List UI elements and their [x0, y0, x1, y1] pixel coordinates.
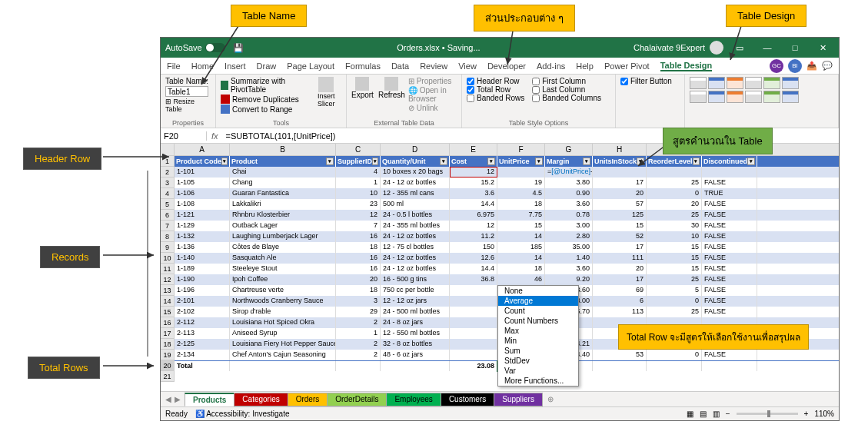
- cell[interactable]: Sasquatch Ale: [230, 253, 336, 264]
- zoom-out-icon[interactable]: −: [726, 410, 730, 418]
- agg-option[interactable]: Count Numbers: [498, 316, 578, 326]
- remove-duplicates-button[interactable]: Remove Duplicates: [221, 95, 307, 104]
- style-swatch[interactable]: [727, 91, 743, 103]
- agg-option[interactable]: Var: [498, 366, 578, 376]
- cell[interactable]: FALSE: [702, 285, 757, 296]
- convert-range-button[interactable]: Convert to Range: [221, 105, 307, 114]
- filter-dropdown-icon[interactable]: ▾: [487, 158, 495, 165]
- row-header[interactable]: 10: [161, 253, 174, 264]
- aggregate-dropdown[interactable]: NoneAverageCountCount NumbersMaxMinSumSt…: [497, 285, 579, 387]
- autosave-toggle[interactable]: AutoSave: [165, 43, 225, 52]
- prev-sheet-icon[interactable]: ◀: [165, 395, 171, 403]
- cell[interactable]: FALSE: [702, 274, 757, 285]
- presence-icon-2[interactable]: BI: [788, 59, 802, 73]
- export-button[interactable]: Export: [351, 77, 374, 112]
- cell[interactable]: 1-101: [175, 167, 230, 178]
- style-swatch[interactable]: [690, 91, 707, 103]
- cell[interactable]: 18: [336, 242, 381, 253]
- cell[interactable]: 24 - 0.5 l bottles: [381, 210, 450, 221]
- cell[interactable]: 12: [450, 221, 497, 231]
- cell[interactable]: Côtes de Blaye: [230, 242, 336, 253]
- tab-addins[interactable]: Add-ins: [537, 61, 565, 71]
- cell[interactable]: 15: [593, 221, 647, 231]
- th-stock[interactable]: UnitsInStock▾: [593, 156, 647, 167]
- cell[interactable]: 5: [647, 285, 702, 296]
- th-discontinued[interactable]: Discontinued▾: [702, 156, 757, 167]
- summarize-pivot-button[interactable]: Summarize with PivotTable: [221, 77, 307, 94]
- tab-help[interactable]: Help: [576, 61, 594, 71]
- cell[interactable]: FALSE: [702, 253, 757, 264]
- tab-data[interactable]: Data: [391, 61, 409, 71]
- cell[interactable]: 15: [647, 264, 702, 274]
- col-header[interactable]: H: [593, 144, 647, 155]
- cell[interactable]: 3.60: [545, 264, 593, 274]
- tab-file[interactable]: File: [167, 61, 181, 71]
- cell[interactable]: 1-190: [175, 274, 230, 285]
- style-swatch[interactable]: [708, 91, 725, 103]
- style-swatch[interactable]: [745, 91, 762, 103]
- cell[interactable]: Chef Anton's Cajun Seasoning: [230, 350, 336, 360]
- chk-banded-columns[interactable]: [532, 95, 540, 102]
- cell[interactable]: 15: [647, 242, 702, 253]
- row-header[interactable]: 8: [161, 231, 174, 242]
- cell[interactable]: 23.08: [450, 361, 497, 371]
- cell[interactable]: 15.2: [450, 178, 497, 188]
- cell[interactable]: 35.00: [545, 242, 593, 253]
- cell[interactable]: 29: [336, 307, 381, 317]
- cell[interactable]: 32 - 8 oz bottles: [381, 339, 450, 350]
- cell[interactable]: 3.6: [450, 188, 497, 199]
- tab-power-pivot[interactable]: Power Pivot: [604, 61, 650, 71]
- cell[interactable]: [450, 285, 497, 296]
- sheet-tab-employees[interactable]: Employees: [386, 393, 441, 406]
- tab-insert[interactable]: Insert: [224, 61, 246, 71]
- cell[interactable]: 11.2: [450, 231, 497, 242]
- agg-option[interactable]: Count: [498, 306, 578, 316]
- style-swatch[interactable]: [782, 77, 799, 89]
- status-accessibility[interactable]: ♿ Accessibility: Investigate: [195, 410, 290, 418]
- cell[interactable]: FALSE: [702, 242, 757, 253]
- cell[interactable]: Laughing Lumberjack Lager: [230, 231, 336, 242]
- tab-page-layout[interactable]: Page Layout: [287, 61, 334, 71]
- view-normal-icon[interactable]: ▦: [687, 410, 693, 418]
- cell[interactable]: 0: [647, 350, 702, 360]
- cell[interactable]: [593, 167, 647, 178]
- row-header[interactable]: 21: [161, 371, 174, 382]
- cell[interactable]: 14.4: [450, 264, 497, 274]
- cell[interactable]: 12: [336, 210, 381, 221]
- col-header[interactable]: G: [545, 144, 593, 155]
- comments-icon[interactable]: 💬: [822, 61, 833, 71]
- sheet-tab-orderdetails[interactable]: OrderDetails: [327, 393, 387, 406]
- cell[interactable]: FALSE: [702, 296, 757, 307]
- style-swatch[interactable]: [690, 77, 707, 89]
- cell[interactable]: 1: [336, 178, 381, 188]
- cell[interactable]: 25: [647, 178, 702, 188]
- cell[interactable]: 17: [593, 274, 647, 285]
- col-header[interactable]: E: [450, 144, 497, 155]
- filter-dropdown-icon[interactable]: ▾: [747, 158, 755, 165]
- chk-first-column[interactable]: [532, 78, 540, 85]
- th-product[interactable]: Product▾: [230, 156, 336, 167]
- cell[interactable]: 1-132: [175, 231, 230, 242]
- filter-dropdown-icon[interactable]: ▾: [440, 158, 447, 165]
- cell[interactable]: 9.20: [545, 274, 593, 285]
- cell[interactable]: 12 - 12 oz jars: [381, 296, 450, 307]
- col-header[interactable]: B: [230, 144, 336, 155]
- cell[interactable]: [450, 296, 497, 307]
- table-name-input[interactable]: [165, 86, 208, 97]
- row-header[interactable]: 20: [161, 360, 174, 371]
- cell[interactable]: 16 - 500 g tins: [381, 274, 450, 285]
- tab-developer[interactable]: Developer: [487, 61, 526, 71]
- th-product-code[interactable]: Product Code▾: [175, 156, 230, 167]
- row-header[interactable]: 1: [161, 156, 174, 167]
- cell[interactable]: 17: [593, 242, 647, 253]
- cell[interactable]: 14: [497, 253, 545, 264]
- chk-banded-rows[interactable]: [467, 95, 474, 102]
- cell[interactable]: 3.60: [545, 199, 593, 210]
- cell[interactable]: 1-136: [175, 242, 230, 253]
- cell[interactable]: 30: [647, 221, 702, 231]
- row-header[interactable]: 17: [161, 328, 174, 339]
- cell[interactable]: 24 - 12 oz bottles: [381, 231, 450, 242]
- row-header[interactable]: 15: [161, 307, 174, 317]
- cell[interactable]: =[@UnitPrice]-[@Cost]: [545, 167, 593, 178]
- cell[interactable]: FALSE: [702, 210, 757, 221]
